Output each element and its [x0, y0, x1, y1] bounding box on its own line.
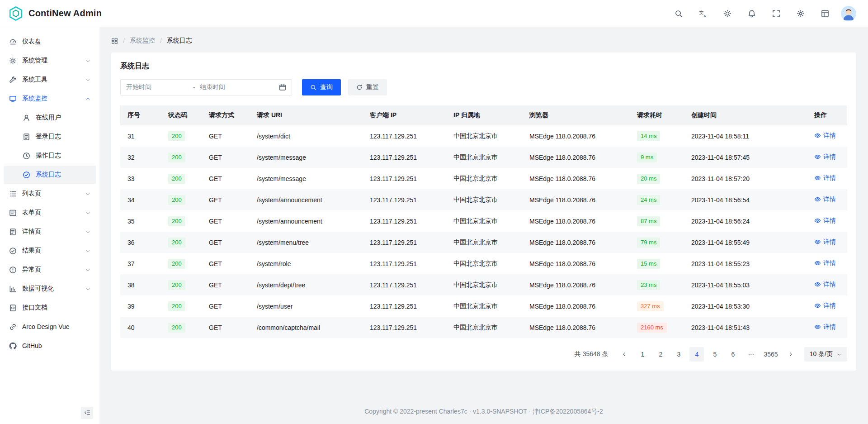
page-button-1[interactable]: 1: [635, 347, 650, 362]
detail-link[interactable]: 详情: [814, 217, 836, 225]
sidebar-item-github[interactable]: GitHub: [4, 337, 96, 355]
user-avatar[interactable]: [841, 6, 856, 21]
search-button[interactable]: [671, 6, 686, 21]
page-button-2[interactable]: 2: [653, 347, 668, 362]
breadcrumb-item-system-monitor[interactable]: 系统监控: [130, 37, 155, 45]
app-title: ContiNew Admin: [28, 8, 102, 19]
chevron-down-icon: [85, 229, 90, 234]
sidebar-item-data-visualization[interactable]: 数据可视化: [4, 280, 96, 298]
cell-ip-region: 中国北京北京市: [446, 317, 522, 338]
status-badge: 200: [168, 323, 185, 333]
page-button-3[interactable]: 3: [671, 347, 686, 362]
detail-link-label: 详情: [823, 153, 836, 161]
cell-status: 200: [161, 125, 202, 147]
header-right: 文A: [671, 6, 856, 21]
breadcrumb-apps-icon-wrap[interactable]: [111, 38, 118, 44]
eye-icon: [814, 153, 821, 160]
layout-button[interactable]: [817, 6, 833, 21]
svg-text:A: A: [703, 14, 706, 17]
sidebar-item-api-doc[interactable]: 接口文档: [4, 299, 96, 317]
detail-link-label: 详情: [823, 302, 836, 310]
reset-button[interactable]: 重置: [348, 79, 387, 95]
cell-created-time: 2023-11-04 18:57:20: [684, 168, 807, 189]
theme-toggle-button[interactable]: [720, 6, 735, 21]
detail-link-label: 详情: [823, 132, 836, 140]
prev-page-button[interactable]: [617, 347, 632, 362]
cell-duration: 14 ms: [630, 125, 684, 147]
chevron-down-icon: [85, 286, 90, 291]
notifications-button[interactable]: [744, 6, 760, 21]
detail-link[interactable]: 详情: [814, 302, 836, 310]
detail-link-label: 详情: [823, 238, 836, 246]
fullscreen-button[interactable]: [769, 6, 784, 21]
sidebar-item-login-log[interactable]: 登录日志: [4, 128, 96, 146]
sidebar-item-operation-log[interactable]: 操作日志: [4, 147, 96, 165]
pagination-ellipsis[interactable]: ⋯: [744, 347, 758, 362]
cell-uri: /system/message: [250, 147, 363, 168]
sidebar-item-form-page[interactable]: 表单页: [4, 204, 96, 222]
sidebar-item-label: 系统管理: [22, 57, 80, 65]
page-button-5[interactable]: 5: [708, 347, 722, 362]
eye-icon: [814, 175, 821, 181]
detail-link[interactable]: 详情: [814, 238, 836, 246]
breadcrumb-separator: /: [123, 37, 125, 44]
date-range-picker[interactable]: 开始时间 - 结束时间: [120, 79, 292, 95]
translate-button[interactable]: 文A: [695, 6, 711, 21]
sidebar-item-list-page[interactable]: 列表页: [4, 185, 96, 203]
cell-browser: MSEdge 118.0.2088.76: [522, 168, 630, 189]
detail-link[interactable]: 详情: [814, 132, 836, 140]
next-page-button[interactable]: [783, 347, 798, 362]
detail-link[interactable]: 详情: [814, 323, 836, 331]
page-button-6[interactable]: 6: [726, 347, 740, 362]
column-header: 浏览器: [522, 105, 630, 125]
duration-badge: 9 ms: [637, 152, 657, 162]
sidebar-footer: [0, 401, 99, 424]
sidebar-item-label: Arco Design Vue: [22, 323, 90, 330]
cell-no: 38: [120, 274, 161, 295]
menu-fold-icon-wrap: [84, 410, 90, 416]
sidebar-item-dashboard[interactable]: 仪表盘: [4, 33, 96, 51]
cell-method: GET: [202, 253, 250, 274]
detail-link[interactable]: 详情: [814, 259, 836, 267]
sidebar-item-result-page[interactable]: 结果页: [4, 242, 96, 260]
cell-status: 200: [161, 189, 202, 210]
cell-ip-region: 中国北京北京市: [446, 189, 522, 210]
detail-link[interactable]: 详情: [814, 195, 836, 204]
page-size-select[interactable]: 10 条/页: [804, 347, 847, 362]
sidebar-item-detail-page[interactable]: 详情页: [4, 223, 96, 241]
sidebar-item-label: 结果页: [22, 247, 80, 255]
page-button-3565[interactable]: 3565: [762, 347, 779, 362]
chevron-down-icon: [837, 352, 842, 357]
sidebar-item-label: 操作日志: [36, 152, 90, 160]
sidebar-item-system-tools[interactable]: 系统工具: [4, 71, 96, 89]
sidebar-item-online-user[interactable]: 在线用户: [4, 109, 96, 127]
sidebar-item-system-management[interactable]: 系统管理: [4, 52, 96, 70]
search-button[interactable]: 查询: [302, 79, 341, 95]
detail-link[interactable]: 详情: [814, 174, 836, 182]
sidebar-item-system-log[interactable]: 系统日志: [4, 166, 96, 184]
table-row: 38200GET/system/dept/tree123.117.129.251…: [120, 274, 847, 295]
sidebar-item-exception-page[interactable]: 异常页: [4, 261, 96, 279]
page-button-4[interactable]: 4: [689, 347, 704, 362]
cell-uri: /system/menu/tree: [250, 232, 363, 253]
sidebar-item-label: 表单页: [22, 209, 80, 217]
translate-icon: 文A: [699, 10, 707, 18]
cell-no: 31: [120, 125, 161, 147]
refresh-icon-wrap: [356, 84, 363, 91]
column-header: 请求 URI: [250, 105, 363, 125]
sidebar-collapse-button[interactable]: [81, 407, 93, 419]
cell-no: 35: [120, 210, 161, 232]
sidebar-item-arco-design-vue[interactable]: Arco Design Vue: [4, 318, 96, 336]
detail-link[interactable]: 详情: [814, 281, 836, 289]
settings-button[interactable]: [793, 6, 808, 21]
duration-badge: 20 ms: [637, 174, 660, 184]
detail-link-label: 详情: [823, 281, 836, 289]
cell-uri: /system/role: [250, 253, 363, 274]
table-row: 36200GET/system/menu/tree123.117.129.251…: [120, 232, 847, 253]
cell-duration: 15 ms: [630, 253, 684, 274]
cell-created-time: 2023-11-04 18:55:49: [684, 232, 807, 253]
brand[interactable]: ContiNew Admin: [8, 6, 102, 21]
sidebar-item-system-monitor[interactable]: 系统监控: [4, 90, 96, 108]
detail-link[interactable]: 详情: [814, 153, 836, 161]
cell-uri: /system/user: [250, 295, 363, 317]
